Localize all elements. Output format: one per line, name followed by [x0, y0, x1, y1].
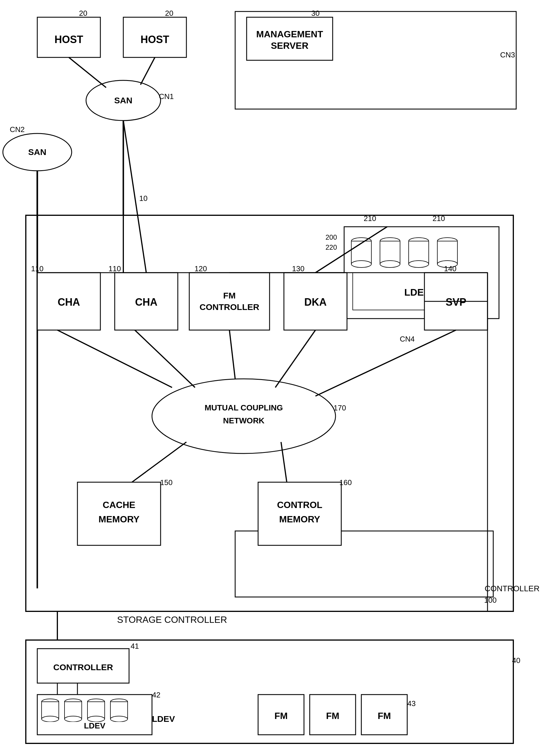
- svg-rect-54: [77, 482, 161, 545]
- svg-text:FM: FM: [326, 711, 339, 721]
- svg-point-76: [88, 716, 105, 722]
- cn2-label: CN2: [10, 125, 25, 134]
- svg-point-73: [65, 716, 82, 722]
- svg-text:HOST: HOST: [55, 34, 83, 45]
- ref-200: 200: [325, 233, 337, 241]
- ref-100: 100: [484, 596, 496, 604]
- cn4-label: CN4: [400, 335, 415, 343]
- svg-point-28: [409, 261, 429, 267]
- svg-text:MEMORY: MEMORY: [99, 514, 140, 524]
- ref-210a: 210: [364, 214, 376, 223]
- svg-text:HOST: HOST: [141, 34, 169, 45]
- svg-text:LDEV: LDEV: [152, 714, 175, 724]
- diagram: HOST 20 HOST 20 MANAGEMENT SERVER 30 CN3…: [0, 0, 542, 756]
- svg-text:FM: FM: [274, 711, 287, 721]
- svg-line-60: [132, 442, 187, 482]
- svg-point-22: [351, 261, 371, 267]
- ref-30: 30: [311, 9, 320, 18]
- svg-text:MEMORY: MEMORY: [279, 514, 320, 524]
- svg-text:CONTROLLER: CONTROLLER: [200, 302, 260, 312]
- ref-130: 130: [292, 264, 304, 273]
- svg-text:CHA: CHA: [58, 296, 80, 308]
- svg-rect-57: [258, 482, 341, 545]
- ref-160: 160: [339, 478, 351, 487]
- svg-point-25: [380, 261, 400, 267]
- ref-140: 140: [444, 264, 456, 273]
- svg-text:CHA: CHA: [135, 296, 158, 308]
- ref-43: 43: [407, 699, 416, 708]
- cn3-label: CN3: [500, 51, 515, 59]
- ref-110b: 110: [108, 264, 121, 273]
- ref-20a: 20: [79, 9, 88, 18]
- ref-170: 170: [333, 404, 346, 412]
- svg-text:CACHE: CACHE: [103, 500, 135, 510]
- svg-rect-38: [189, 273, 270, 330]
- diagram-svg: HOST 20 HOST 20 MANAGEMENT SERVER 30 CN3…: [0, 0, 542, 756]
- controller-label: CONTROLLER: [485, 584, 539, 593]
- svg-text:CONTROLLER: CONTROLLER: [53, 662, 113, 672]
- ref-40: 40: [512, 656, 520, 665]
- storage-controller-label: STORAGE CONTROLLER: [117, 615, 227, 625]
- svg-text:FM: FM: [378, 711, 391, 721]
- svg-text:DKA: DKA: [304, 296, 327, 308]
- svg-line-53: [315, 330, 456, 396]
- ref-150: 150: [160, 478, 172, 487]
- svg-text:SERVER: SERVER: [271, 40, 308, 51]
- svg-line-12: [69, 57, 106, 88]
- svg-text:SVP: SVP: [446, 296, 466, 308]
- svg-text:NETWORK: NETWORK: [223, 416, 265, 425]
- svg-line-51: [230, 330, 235, 379]
- ref-42: 42: [152, 691, 161, 699]
- ref-20b: 20: [165, 9, 174, 18]
- svg-point-79: [110, 716, 128, 722]
- svg-text:SAN: SAN: [28, 147, 46, 157]
- svg-line-50: [135, 330, 195, 387]
- svg-line-49: [57, 330, 172, 387]
- ref-210b: 210: [432, 214, 445, 223]
- cn1-label: CN1: [159, 92, 174, 101]
- svg-text:LDEV: LDEV: [84, 721, 106, 730]
- svg-text:FM: FM: [223, 291, 236, 300]
- ref-41: 41: [131, 642, 139, 650]
- svg-text:CONTROL: CONTROL: [277, 500, 322, 510]
- ref-120: 120: [195, 264, 207, 273]
- svg-point-70: [42, 716, 59, 722]
- ref-220: 220: [325, 243, 337, 251]
- svg-text:MUTUAL COUPLING: MUTUAL COUPLING: [205, 403, 283, 412]
- svg-line-52: [275, 330, 315, 387]
- ref-10: 10: [139, 194, 148, 203]
- svg-line-13: [141, 57, 155, 85]
- svg-text:MANAGEMENT: MANAGEMENT: [257, 29, 323, 39]
- svg-text:SAN: SAN: [114, 96, 132, 105]
